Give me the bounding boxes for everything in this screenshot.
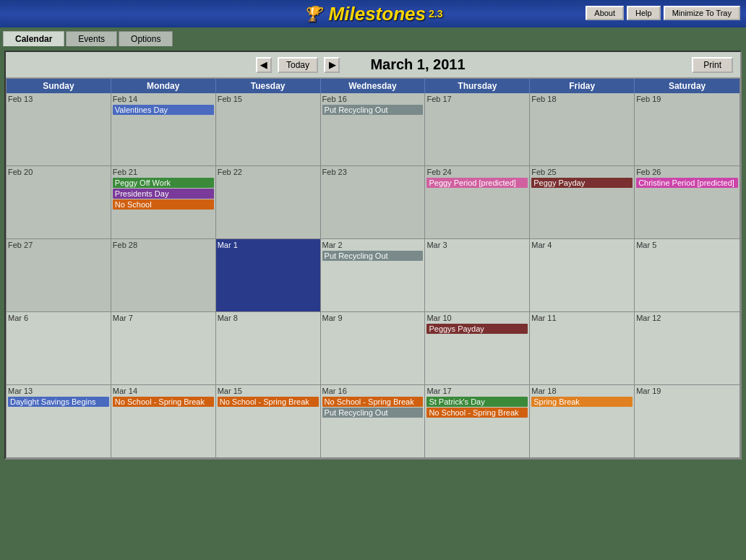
calendar-event[interactable]: Christine Period [predicted]	[636, 178, 738, 188]
day-0-3[interactable]: Feb 16Put Recycling Out	[321, 93, 426, 165]
calendar-event[interactable]: No School - Spring Break	[426, 408, 528, 418]
calendar-event[interactable]: Put Recycling Out	[322, 105, 424, 115]
day-number: Mar 1	[218, 241, 319, 249]
header-sunday: Sunday	[7, 79, 111, 93]
week-2: Feb 27Feb 28Mar 1Mar 2Put Recycling OutM…	[7, 239, 739, 312]
day-2-6[interactable]: Mar 5	[635, 239, 739, 311]
week-4: Mar 13Daylight Savings BeginsMar 14No Sc…	[7, 385, 739, 457]
day-number: Feb 20	[8, 168, 109, 176]
day-1-3[interactable]: Feb 23	[321, 166, 426, 238]
day-4-3[interactable]: Mar 16No School - Spring BreakPut Recycl…	[321, 385, 426, 457]
day-3-0[interactable]: Mar 6	[7, 312, 111, 384]
day-number: Mar 15	[218, 387, 319, 395]
day-number: Feb 18	[531, 95, 633, 103]
day-2-4[interactable]: Mar 3	[425, 239, 530, 311]
day-1-2[interactable]: Feb 22	[216, 166, 321, 238]
day-2-1[interactable]: Feb 28	[111, 239, 216, 311]
calendar-event[interactable]: No School - Spring Break	[218, 397, 319, 407]
day-3-1[interactable]: Mar 7	[111, 312, 216, 384]
calendar-event[interactable]: Put Recycling Out	[322, 408, 424, 418]
nav-bar: ◀ Today ▶ March 1, 2011 Print	[6, 52, 740, 78]
day-number: Mar 10	[426, 314, 528, 322]
calendar-event[interactable]: Put Recycling Out	[322, 251, 424, 261]
day-number: Mar 12	[636, 314, 738, 322]
prev-button[interactable]: ◀	[256, 57, 272, 73]
app-version: 2.3	[429, 8, 442, 20]
calendar-event[interactable]: Presidents Day	[113, 189, 214, 199]
next-button[interactable]: ▶	[324, 57, 340, 73]
main-container: ◀ Today ▶ March 1, 2011 Print Sunday Mon…	[0, 46, 746, 560]
day-4-0[interactable]: Mar 13Daylight Savings Begins	[7, 385, 111, 457]
day-0-5[interactable]: Feb 18	[530, 93, 635, 165]
tab-calendar[interactable]: Calendar	[3, 31, 64, 46]
day-number: Feb 13	[8, 95, 109, 103]
day-number: Mar 8	[218, 314, 319, 322]
day-0-2[interactable]: Feb 15	[216, 93, 321, 165]
day-number: Mar 11	[531, 314, 633, 322]
about-button[interactable]: About	[586, 6, 624, 20]
day-2-3[interactable]: Mar 2Put Recycling Out	[321, 239, 426, 311]
week-0: Feb 13Feb 14Valentines DayFeb 15Feb 16Pu…	[7, 93, 739, 166]
day-0-0[interactable]: Feb 13	[7, 93, 111, 165]
day-1-6[interactable]: Feb 26Christine Period [predicted]	[635, 166, 739, 238]
day-number: Mar 5	[636, 241, 738, 249]
day-number: Mar 2	[322, 241, 424, 249]
day-number: Feb 17	[426, 95, 528, 103]
calendar-event[interactable]: Daylight Savings Begins	[8, 397, 109, 407]
app-icon: 🏆	[304, 5, 322, 22]
day-4-4[interactable]: Mar 17St Patrick's DayNo School - Spring…	[425, 385, 530, 457]
day-0-1[interactable]: Feb 14Valentines Day	[111, 93, 216, 165]
day-1-4[interactable]: Feb 24Peggy Period [predicted]	[425, 166, 530, 238]
day-number: Feb 27	[8, 241, 109, 249]
minimize-button[interactable]: Minimize To Tray	[664, 6, 740, 20]
day-2-2[interactable]: Mar 1	[216, 239, 321, 311]
day-3-4[interactable]: Mar 10Peggys Payday	[425, 312, 530, 384]
day-3-3[interactable]: Mar 9	[321, 312, 426, 384]
day-number: Mar 3	[426, 241, 528, 249]
calendar-event[interactable]: Peggy Payday	[531, 178, 633, 188]
day-0-6[interactable]: Feb 19	[635, 93, 739, 165]
day-number: Mar 6	[8, 314, 109, 322]
day-4-2[interactable]: Mar 15No School - Spring Break	[216, 385, 321, 457]
day-4-6[interactable]: Mar 19	[635, 385, 739, 457]
day-4-5[interactable]: Mar 18Spring Break	[530, 385, 635, 457]
calendar-event[interactable]: Spring Break	[531, 397, 633, 407]
title-bar: 🏆 Milestones 2.3 About Help Minimize To …	[0, 0, 746, 27]
nav-center: ◀ Today ▶ March 1, 2011	[256, 56, 490, 73]
help-button[interactable]: Help	[627, 6, 661, 20]
tab-options[interactable]: Options	[119, 31, 173, 46]
day-number: Feb 22	[218, 168, 319, 176]
day-number: Feb 24	[426, 168, 528, 176]
day-2-0[interactable]: Feb 27	[7, 239, 111, 311]
day-4-1[interactable]: Mar 14No School - Spring Break	[111, 385, 216, 457]
day-1-0[interactable]: Feb 20	[7, 166, 111, 238]
cal-grid: Feb 13Feb 14Valentines DayFeb 15Feb 16Pu…	[7, 93, 739, 457]
calendar-event[interactable]: Valentines Day	[113, 105, 214, 115]
day-number: Mar 19	[636, 387, 738, 395]
day-2-5[interactable]: Mar 4	[530, 239, 635, 311]
calendar-event[interactable]: No School	[113, 199, 214, 210]
today-button[interactable]: Today	[278, 57, 318, 73]
day-number: Mar 18	[531, 387, 633, 395]
day-0-4[interactable]: Feb 17	[425, 93, 530, 165]
day-3-2[interactable]: Mar 8	[216, 312, 321, 384]
header-saturday: Saturday	[635, 79, 739, 93]
app-title: 🏆 Milestones 2.3	[304, 3, 443, 25]
top-buttons: About Help Minimize To Tray	[586, 6, 740, 20]
calendar-event[interactable]: St Patrick's Day	[426, 397, 528, 407]
day-1-5[interactable]: Feb 25Peggy Payday	[530, 166, 635, 238]
day-number: Feb 21	[113, 168, 214, 176]
day-number: Mar 7	[113, 314, 214, 322]
calendar-event[interactable]: Peggy Period [predicted]	[426, 178, 528, 188]
day-1-1[interactable]: Feb 21Peggy Off WorkPresidents DayNo Sch…	[111, 166, 216, 238]
calendar-event[interactable]: No School - Spring Break	[113, 397, 214, 407]
day-number: Feb 28	[113, 241, 214, 249]
calendar-event[interactable]: Peggys Payday	[426, 324, 528, 334]
print-button[interactable]: Print	[692, 57, 733, 73]
tab-events[interactable]: Events	[66, 31, 117, 46]
day-number: Feb 15	[218, 95, 319, 103]
day-3-6[interactable]: Mar 12	[635, 312, 739, 384]
calendar-event[interactable]: No School - Spring Break	[322, 397, 424, 407]
calendar-event[interactable]: Peggy Off Work	[113, 178, 214, 188]
day-3-5[interactable]: Mar 11	[530, 312, 635, 384]
